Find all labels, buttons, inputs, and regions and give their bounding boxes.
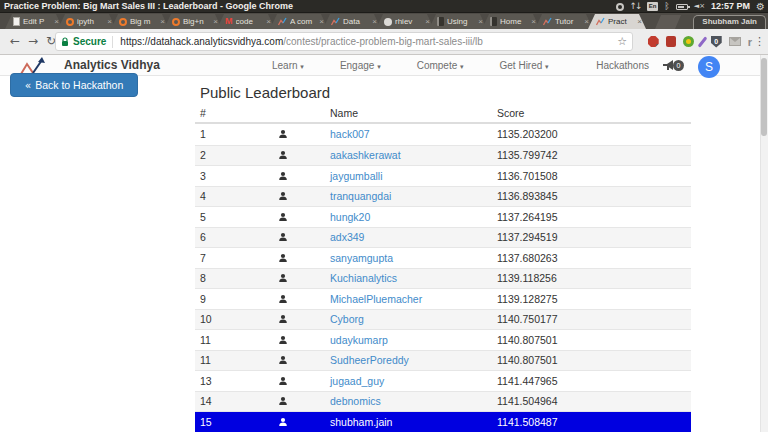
name-cell: tranquangdai bbox=[311, 190, 478, 202]
user-icon bbox=[255, 396, 311, 406]
adblock-icon[interactable] bbox=[648, 36, 659, 47]
nav-item-label: Compete bbox=[417, 60, 460, 71]
tab-big-m[interactable]: Big m× bbox=[111, 14, 169, 29]
user-name-link[interactable]: debnomics bbox=[330, 395, 381, 407]
nav-item-get-hired[interactable]: Get Hired ▾ bbox=[500, 60, 549, 71]
tab-label: Home bbox=[500, 17, 529, 26]
table-row: 7sanyamgupta1137.680263 bbox=[195, 247, 691, 268]
tab-close-icon[interactable]: × bbox=[478, 17, 483, 26]
clock[interactable]: 12:57 PM bbox=[711, 0, 750, 13]
new-tab-button[interactable] bbox=[655, 15, 681, 29]
notifications[interactable]: 0 bbox=[663, 60, 684, 71]
scrollbar-thumb[interactable] bbox=[761, 58, 767, 136]
tab-pract[interactable]: Pract× bbox=[588, 14, 646, 29]
user-icon bbox=[255, 212, 311, 222]
profile-chip[interactable]: Shubham Jain bbox=[693, 15, 766, 29]
chevron-down-icon: ▾ bbox=[545, 63, 549, 71]
tab-label: Data bbox=[343, 17, 370, 26]
user-name-link[interactable]: hack007 bbox=[330, 128, 370, 140]
tab-close-icon[interactable]: × bbox=[107, 17, 112, 26]
tab-close-icon[interactable]: × bbox=[531, 17, 536, 26]
tab-label: code bbox=[236, 17, 265, 26]
user-name-link[interactable]: tranquangdai bbox=[330, 190, 391, 202]
score-cell: 1140.807501 bbox=[478, 334, 691, 346]
user-name-link[interactable]: adx349 bbox=[330, 231, 364, 243]
tab-close-icon[interactable]: × bbox=[54, 17, 59, 26]
hackathons-link[interactable]: Hackathons bbox=[596, 60, 649, 71]
score-cell: 1135.203200 bbox=[478, 128, 691, 140]
user-name-link[interactable]: jaygumballi bbox=[330, 170, 383, 182]
name-cell: adx349 bbox=[311, 231, 478, 243]
tab-data[interactable]: Data× bbox=[323, 14, 381, 29]
back-to-hackathon-button[interactable]: « Back to Hackathon bbox=[10, 73, 138, 97]
avatar[interactable]: S bbox=[698, 56, 720, 78]
tab-close-icon[interactable]: × bbox=[584, 17, 589, 26]
name-cell: debnomics bbox=[311, 395, 478, 407]
nav-item-learn[interactable]: Learn ▾ bbox=[272, 60, 304, 71]
user-icon bbox=[255, 376, 311, 386]
nav-item-compete[interactable]: Compete ▾ bbox=[417, 60, 464, 71]
tab-close-icon[interactable]: × bbox=[425, 17, 430, 26]
address-bar[interactable]: Secure https://datahack.analyticsvidhya.… bbox=[55, 32, 633, 51]
tab-code[interactable]: Mcode× bbox=[217, 14, 275, 29]
tab-a-com[interactable]: A com× bbox=[270, 14, 328, 29]
gear-icon[interactable]: ⚙ bbox=[756, 0, 765, 13]
scrollbar-track[interactable] bbox=[760, 55, 768, 432]
green-circle-extension-icon[interactable] bbox=[683, 36, 694, 47]
tab-close-icon[interactable]: × bbox=[319, 17, 324, 26]
tab-home[interactable]: Home× bbox=[482, 14, 540, 29]
tab-close-icon[interactable]: × bbox=[372, 17, 377, 26]
github-favicon-icon bbox=[384, 18, 392, 26]
tab-edit-p[interactable]: Edit P× bbox=[5, 14, 63, 29]
av-favicon-icon bbox=[596, 17, 605, 26]
user-name-link[interactable]: sanyamgupta bbox=[330, 252, 393, 264]
tab-close-icon[interactable]: × bbox=[160, 17, 165, 26]
score-cell: 1141.504964 bbox=[478, 395, 691, 407]
purple-pen-extension-icon[interactable] bbox=[697, 36, 707, 47]
user-name-link[interactable]: SudheerPoreddy bbox=[330, 354, 409, 366]
arrows-updown-icon[interactable]: ↑↓ bbox=[630, 0, 641, 13]
name-cell: SudheerPoreddy bbox=[311, 354, 478, 366]
user-name-link[interactable]: Kuchianalytics bbox=[330, 272, 397, 284]
nav-item-label: Get Hired bbox=[500, 60, 546, 71]
user-name-link[interactable]: Cyborg bbox=[330, 313, 364, 325]
user-icon bbox=[255, 232, 311, 242]
user-name-link[interactable]: MichaelPluemacher bbox=[330, 293, 422, 305]
nav-item-engage[interactable]: Engage ▾ bbox=[340, 60, 381, 71]
bookmark-star-icon[interactable]: ☆ bbox=[617, 35, 627, 48]
forward-button[interactable]: → bbox=[24, 29, 42, 54]
tab-label: Pract bbox=[608, 17, 635, 26]
user-name-link[interactable]: jugaad_guy bbox=[330, 375, 384, 387]
tab-ipyth[interactable]: ipyth× bbox=[58, 14, 116, 29]
back-button[interactable]: ← bbox=[6, 29, 24, 54]
chrome-menu-icon[interactable]: ⋮ bbox=[754, 29, 765, 54]
user-name-link[interactable]: udaykumarp bbox=[330, 334, 388, 346]
tab-close-icon[interactable]: × bbox=[213, 17, 218, 26]
red-extension-icon[interactable] bbox=[666, 36, 676, 47]
tab-tutor[interactable]: Tutor× bbox=[535, 14, 593, 29]
name-cell: Cyborg bbox=[311, 313, 478, 325]
nav-item-label: Learn bbox=[272, 60, 300, 71]
battery-icon[interactable] bbox=[676, 4, 688, 10]
user-name-link[interactable]: hungk20 bbox=[330, 211, 370, 223]
tab-using[interactable]: Using× bbox=[429, 14, 487, 29]
name-cell: jaygumballi bbox=[311, 170, 478, 182]
leaderboard-table: # Name Score 1hack0071135.2032002aakashk… bbox=[195, 103, 691, 432]
tab-close-icon[interactable]: × bbox=[266, 17, 271, 26]
volume-muted-icon[interactable]: ◄× bbox=[694, 0, 705, 13]
bluetooth-icon[interactable]: ᛒ bbox=[664, 0, 669, 13]
rank-cell: 4 bbox=[195, 190, 255, 202]
tab-rhiev[interactable]: rhiev× bbox=[376, 14, 434, 29]
score-cell: 1136.893845 bbox=[478, 190, 691, 202]
network-icon[interactable] bbox=[616, 3, 624, 11]
letter-r-extension-icon[interactable]: r bbox=[748, 36, 752, 48]
user-name-link[interactable]: shubham.jain bbox=[330, 416, 392, 428]
keyboard-layout-indicator[interactable]: En bbox=[647, 2, 659, 11]
envelope-extension-icon[interactable] bbox=[729, 37, 741, 46]
user-name-link[interactable]: aakashkerawat bbox=[330, 149, 401, 161]
user-icon bbox=[255, 129, 311, 139]
table-row: 4tranquangdai1136.893845 bbox=[195, 186, 691, 207]
tab-big-n[interactable]: Big+n× bbox=[164, 14, 222, 29]
shield-extension-icon[interactable]: 0 bbox=[711, 36, 722, 48]
tab-close-icon[interactable]: × bbox=[637, 17, 642, 26]
